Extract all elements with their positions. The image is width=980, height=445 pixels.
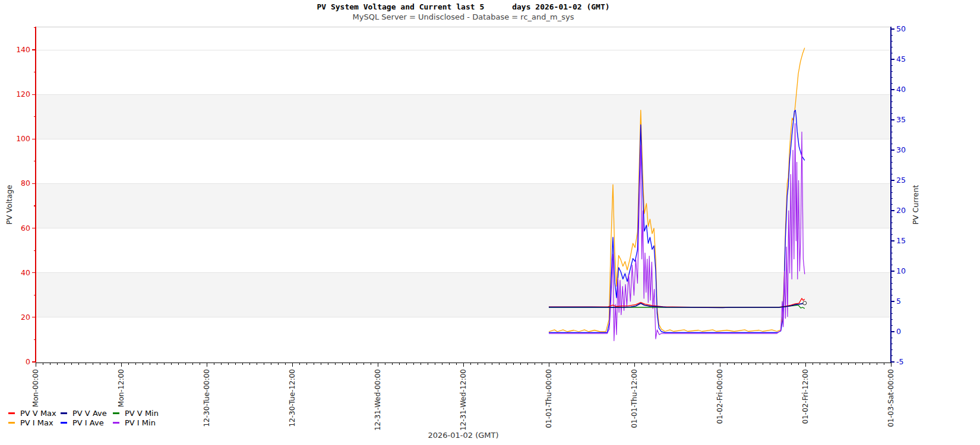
time-tick-label: 01-02-Fri-12:00 bbox=[801, 369, 810, 424]
pv-i-min-swatch-icon bbox=[113, 422, 119, 424]
legend-label: PV I Max bbox=[20, 418, 53, 427]
legend-item-pv-v-max: PV V Max bbox=[8, 409, 61, 418]
pv-v-ave-swatch-icon bbox=[61, 412, 67, 414]
time-tick-label: 01-01-Thu-12:00 bbox=[630, 369, 638, 428]
current-tick-label: 5 bbox=[896, 297, 901, 306]
legend-label: PV V Ave bbox=[72, 409, 107, 418]
current-tick-label: 10 bbox=[896, 266, 906, 275]
voltage-tick-label: 100 bbox=[16, 134, 30, 143]
legend-item-pv-v-ave: PV V Ave bbox=[61, 409, 113, 418]
time-tick-label: 12-30-Tue-12:00 bbox=[288, 369, 296, 427]
current-tick-label: -5 bbox=[896, 357, 903, 366]
chart-legend: PV V Max PV V Ave PV V Min PV I Max PV I… bbox=[8, 408, 165, 427]
time-tick-label: 01-02-Fri-00:00 bbox=[716, 369, 724, 424]
chart-footer-date: 2026-01-02 (GMT) bbox=[36, 431, 891, 440]
background-band bbox=[36, 94, 891, 139]
voltage-tick-label: 60 bbox=[21, 224, 30, 233]
legend-label: PV V Max bbox=[20, 409, 56, 418]
voltage-tick-label: 80 bbox=[21, 179, 30, 187]
pv-i-max-swatch-icon bbox=[8, 422, 15, 424]
pv-i-ave-swatch-icon bbox=[61, 422, 67, 424]
voltage-tick-label: 0 bbox=[26, 357, 30, 366]
pv-v-min-swatch-icon bbox=[113, 412, 119, 414]
voltage-tick-label: 120 bbox=[16, 90, 30, 98]
legend-row-voltage: PV V Max PV V Ave PV V Min bbox=[8, 408, 165, 418]
time-tick-label: Mon-12:00 bbox=[117, 369, 125, 407]
time-tick-label: 12-30-Tue-00:00 bbox=[203, 369, 211, 427]
current-tick-label: 25 bbox=[896, 176, 906, 185]
current-tick-label: 30 bbox=[896, 145, 906, 154]
voltage-tick-label: 140 bbox=[16, 45, 30, 54]
voltage-tick-label: 40 bbox=[21, 268, 30, 277]
legend-item-pv-i-ave: PV I Ave bbox=[61, 418, 113, 427]
current-tick-label: 20 bbox=[896, 206, 906, 215]
pv-v-max-swatch-icon bbox=[8, 412, 15, 414]
current-axis-title: PV Current bbox=[911, 185, 920, 224]
legend-item-pv-v-min: PV V Min bbox=[113, 409, 165, 418]
current-tick-label: 0 bbox=[896, 327, 901, 336]
legend-label: PV I Min bbox=[125, 418, 156, 427]
chart-subtitle: MySQL Server = Undisclosed - Database = … bbox=[36, 12, 891, 21]
time-tick-label: Mon-00:00 bbox=[31, 369, 40, 407]
current-tick-label: 50 bbox=[896, 24, 906, 33]
time-tick-label: 01-03-Sat-00:00 bbox=[887, 369, 895, 427]
current-axis-ticks: -505101520253035404550 bbox=[891, 24, 906, 366]
current-tick-label: 35 bbox=[896, 115, 906, 124]
background-band bbox=[36, 273, 891, 317]
time-tick-label: 12-31-Wed-00:00 bbox=[374, 369, 382, 431]
voltage-axis-title: PV Voltage bbox=[5, 185, 14, 224]
current-tick-label: 15 bbox=[896, 236, 906, 245]
legend-label: PV I Ave bbox=[72, 418, 104, 427]
voltage-tick-label: 20 bbox=[21, 313, 30, 322]
legend-label: PV V Min bbox=[125, 409, 159, 418]
legend-item-pv-i-max: PV I Max bbox=[8, 418, 61, 427]
chart-plot-area: 020406080100120140-505101520253035404550… bbox=[0, 0, 980, 445]
last-point-marker bbox=[803, 301, 807, 305]
voltage-axis-ticks: 020406080100120140 bbox=[16, 27, 36, 366]
pv-chart-page: 020406080100120140-505101520253035404550… bbox=[0, 0, 980, 445]
time-tick-label: 01-01-Thu-00:00 bbox=[545, 369, 553, 428]
background-band bbox=[36, 183, 891, 228]
time-tick-label: 12-31-Wed-12:00 bbox=[459, 369, 467, 431]
current-tick-label: 40 bbox=[896, 85, 906, 94]
legend-item-pv-i-min: PV I Min bbox=[113, 418, 165, 427]
chart-title: PV System Voltage and Current last 5 day… bbox=[36, 2, 891, 11]
current-tick-label: 45 bbox=[896, 55, 906, 63]
legend-row-current: PV I Max PV I Ave PV I Min bbox=[8, 418, 165, 427]
